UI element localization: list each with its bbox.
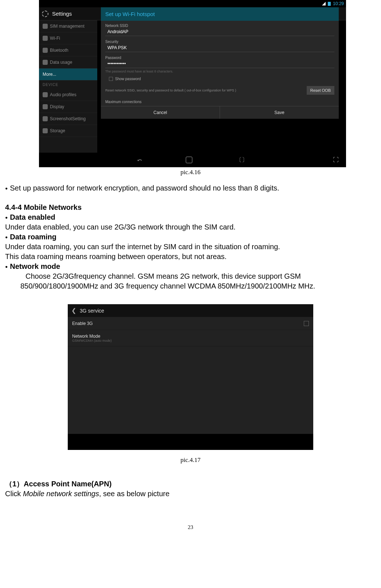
- screen-title: 3G service: [80, 308, 104, 314]
- text-data-roaming-2: This data roaming means roaming between …: [5, 252, 376, 262]
- text-line: Data enabled: [10, 212, 55, 222]
- android-statusbar: 10:29: [39, 0, 346, 7]
- screenshot-3g-service: ❮ 3G service Enable 3G Network Mode GSM/…: [68, 304, 313, 450]
- heading-apn: （1）Access Point Name(APN): [5, 479, 376, 489]
- dialog-title: Set up Wi-Fi hotspot: [101, 7, 339, 21]
- ssid-input[interactable]: AndroidAP: [105, 28, 334, 36]
- password-label: Password: [105, 53, 334, 60]
- figure-caption-2: pic.4.17: [5, 456, 376, 464]
- sidebar-item-label: Display: [50, 104, 64, 109]
- max-connections-label: Maximum connections: [105, 97, 334, 104]
- sidebar-item-sim[interactable]: SIM management: [39, 20, 97, 32]
- screen-header: ❮ 3G service: [68, 304, 313, 317]
- sidebar-item-label: SIM management: [50, 24, 85, 29]
- back-icon[interactable]: [137, 157, 142, 164]
- sidebar-item-more[interactable]: More...: [39, 68, 97, 81]
- checkbox-icon: [109, 77, 113, 81]
- bullet-setup-password: Set up password for network encryption, …: [5, 183, 376, 193]
- sidebar-item-display[interactable]: Display: [39, 101, 97, 113]
- row-enable-3g[interactable]: Enable 3G: [68, 317, 313, 330]
- bullet-network-mode: Network mode: [5, 262, 376, 271]
- android-navbar: [39, 153, 346, 167]
- text-line: Network mode: [10, 262, 60, 271]
- back-chevron-icon[interactable]: ❮: [71, 307, 76, 314]
- display-icon: [43, 104, 48, 109]
- sidebar-item-label: ScreenshotSetting: [50, 116, 86, 121]
- save-button[interactable]: Save: [220, 106, 339, 119]
- camera-icon: [43, 116, 48, 121]
- password-input[interactable]: ••••••••••••: [105, 60, 334, 68]
- sidebar-item-label: Bluetooth: [50, 48, 68, 53]
- screenshot-wifi-hotspot: 10:29 Settings SIM management Wi-Fi Blue…: [39, 0, 346, 167]
- sidebar-category-device: DEVICE: [39, 81, 97, 89]
- home-icon[interactable]: [186, 157, 192, 163]
- reset-description: Reset network SSID, security and passwor…: [105, 89, 307, 92]
- audio-icon: [43, 92, 48, 97]
- storage-icon: [43, 128, 48, 133]
- text-line: Set up password for network encryption, …: [10, 183, 279, 193]
- sidebar-item-label: Wi-Fi: [50, 36, 60, 41]
- settings-sidebar: SIM management Wi-Fi Bluetooth Data usag…: [39, 20, 97, 167]
- sidebar-item-data-usage[interactable]: Data usage: [39, 56, 97, 68]
- text-data-enabled: Under data enabled, you can use 2G/3G ne…: [5, 222, 376, 232]
- gear-icon: [42, 11, 48, 17]
- signal-icon: [322, 2, 326, 5]
- sidebar-item-audio[interactable]: Audio profiles: [39, 89, 97, 101]
- page-number: 23: [5, 524, 376, 530]
- text-data-roaming-1: Under data roaming, you can surf the int…: [5, 242, 376, 252]
- sidebar-item-storage[interactable]: Storage: [39, 125, 97, 137]
- wifi-icon: [43, 36, 48, 41]
- text-fragment-italic: Mobile network settings: [23, 490, 99, 498]
- bluetooth-icon: [43, 48, 48, 53]
- statusbar-time: 10:29: [333, 1, 344, 6]
- wifi-hotspot-dialog: Set up Wi-Fi hotspot Network SSID Androi…: [101, 7, 339, 119]
- sidebar-item-label: Data usage: [50, 60, 72, 65]
- show-password-checkbox[interactable]: Show password: [105, 75, 334, 84]
- row-label: Network Mode: [72, 334, 112, 339]
- reset-oob-button[interactable]: Reset OOB: [307, 86, 334, 95]
- row-network-mode[interactable]: Network Mode GSM/WCDMA (auto mode): [68, 330, 313, 346]
- recent-apps-icon[interactable]: [236, 156, 248, 164]
- text-fragment: Click: [5, 490, 23, 498]
- sidebar-item-screenshot[interactable]: ScreenshotSetting: [39, 113, 97, 125]
- sidebar-item-bluetooth[interactable]: Bluetooth: [39, 44, 97, 56]
- text-line: Data roaming: [10, 232, 56, 242]
- bullet-data-roaming: Data roaming: [5, 232, 376, 242]
- fullscreen-icon[interactable]: [333, 157, 339, 163]
- security-label: Security: [105, 37, 334, 44]
- password-hint: The password must have at least 8 charac…: [105, 69, 334, 75]
- text-apn: Click Mobile network settings, see as be…: [5, 489, 376, 499]
- text-network-mode-2: 850/900/1800/1900MHz and 3G frequency ch…: [20, 281, 376, 291]
- section-heading-444: 4.4-4 Mobile Networks: [5, 203, 376, 212]
- sim-icon: [43, 24, 48, 29]
- row-label: Enable 3G: [72, 321, 93, 326]
- bullet-data-enabled: Data enabled: [5, 212, 376, 222]
- sidebar-item-label: Storage: [50, 128, 65, 133]
- checkbox-icon[interactable]: [304, 321, 309, 326]
- row-subtitle: GSM/WCDMA (auto mode): [72, 339, 112, 342]
- sidebar-item-wifi[interactable]: Wi-Fi: [39, 32, 97, 44]
- cancel-button[interactable]: Cancel: [101, 106, 220, 119]
- settings-title: Settings: [52, 11, 72, 17]
- text-fragment: , see as below picture: [99, 490, 169, 498]
- security-select[interactable]: WPA PSK: [105, 44, 334, 52]
- sidebar-item-label: More...: [43, 72, 56, 77]
- text-network-mode-1: Choose 2G/3Gfrequency channel. GSM means…: [25, 271, 376, 281]
- battery-icon: [328, 2, 331, 6]
- data-icon: [43, 60, 48, 65]
- figure-caption-1: pic.4.16: [5, 169, 376, 176]
- ssid-label: Network SSID: [105, 21, 334, 28]
- sidebar-item-label: Audio profiles: [50, 92, 76, 97]
- show-password-label: Show password: [115, 77, 141, 81]
